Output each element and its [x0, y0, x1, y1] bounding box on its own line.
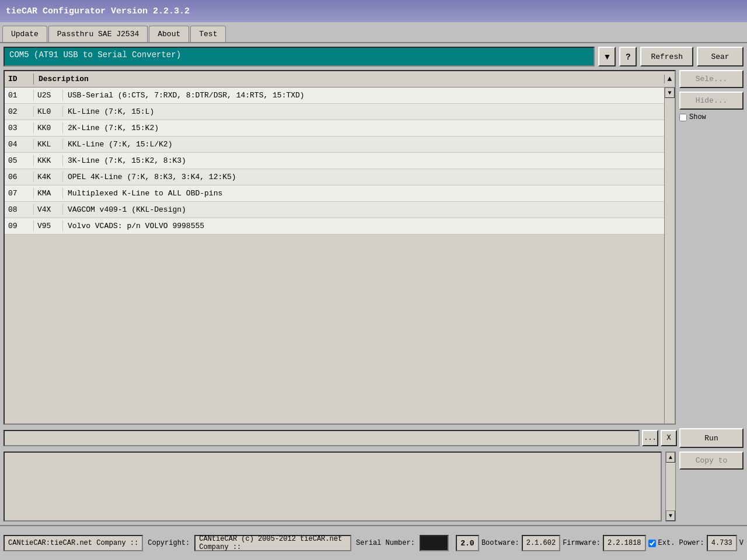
- right-panel: Sele... Hide... Show: [679, 70, 743, 425]
- command-input[interactable]: [4, 430, 640, 446]
- search-btn[interactable]: Sear: [697, 47, 743, 66]
- row-num: 09: [5, 220, 34, 232]
- table-body: 01 U2S USB-Serial (6:CTS, 7:RXD, 8:DTR/D…: [5, 88, 664, 424]
- row-num: 02: [5, 106, 34, 117]
- show-checkbox[interactable]: [679, 114, 687, 121]
- close-btn[interactable]: X: [661, 430, 677, 446]
- output-scroll-down[interactable]: ▼: [666, 510, 675, 521]
- title-bar: tieCAR Configurator Version 2.2.3.2: [0, 0, 747, 22]
- refresh-btn[interactable]: Refresh: [640, 47, 693, 66]
- firmware-label: Firmware:: [563, 539, 601, 547]
- row-num: 03: [5, 123, 34, 134]
- app-title: tieCAR Configurator Version 2.2.3.2: [6, 6, 190, 16]
- port-combo[interactable]: COM5 (AT91 USB to Serial Converter): [4, 47, 595, 66]
- hide-btn[interactable]: Hide...: [679, 92, 743, 110]
- table-row[interactable]: 03 KK0 2K-Line (7:K, 15:K2): [5, 120, 664, 136]
- status-bar: CANtieCAR:tieCAR.net Company :: Copyrigh…: [0, 525, 747, 560]
- row-id: KK0: [34, 123, 63, 134]
- row-num: 08: [5, 204, 34, 215]
- tab-bar: Update Passthru SAE J2534 About Test: [0, 22, 747, 43]
- row-id: V4X: [34, 204, 63, 215]
- output-text: [4, 452, 662, 522]
- row-desc: OPEL 4K-Line (7:K, 8:K3, 3:K4, 12:K5): [63, 172, 664, 183]
- copy-to-btn[interactable]: Copy to: [679, 452, 743, 470]
- port-help-btn[interactable]: ?: [619, 47, 637, 66]
- copyright-label: Copyright:: [148, 539, 190, 547]
- scroll-down-btn[interactable]: ▼: [665, 88, 675, 98]
- run-btn[interactable]: Run: [679, 428, 743, 448]
- output-scroll-up[interactable]: ▲: [666, 452, 675, 463]
- table-row[interactable]: 09 V95 Volvo VCADS: p/n VOLVO 9998555: [5, 218, 664, 235]
- row-id: KKL: [34, 139, 63, 150]
- panel-area: ID Description ▲ 01 U2S USB-Serial (6:CT…: [4, 70, 743, 425]
- tab-passthru[interactable]: Passthru SAE J2534: [48, 26, 148, 42]
- row-desc: USB-Serial (6:CTS, 7:RXD, 8:DTR/DSR, 14:…: [63, 90, 664, 101]
- row-desc: Multiplexed K-Line to ALL OBD-pins: [63, 188, 664, 199]
- version-text: 2.0: [460, 539, 474, 548]
- volt-label: V: [739, 539, 743, 547]
- table-row[interactable]: 06 K4K OPEL 4K-Line (7:K, 8:K3, 3:K4, 12…: [5, 169, 664, 186]
- bootware-value: 2.1.602: [522, 535, 560, 551]
- ext-power-value: 4.733: [707, 535, 737, 551]
- serial-label: Serial Number:: [356, 539, 415, 547]
- table-row[interactable]: 05 KKK 3K-Line (7:K, 15:K2, 8:K3): [5, 153, 664, 169]
- ext-power-label: Ext. Power:: [658, 539, 704, 547]
- ext-power-checkbox[interactable]: [648, 540, 656, 547]
- copyright-field: CANtieCAR (c) 2005-2012 tieCAR.net Compa…: [194, 535, 351, 551]
- table-row[interactable]: 08 V4X VAGCOM v409-1 (KKL-Design): [5, 202, 664, 218]
- row-desc: 3K-Line (7:K, 15:K2, 8:K3): [63, 155, 664, 166]
- tab-test[interactable]: Test: [190, 26, 226, 42]
- scroll-up-header[interactable]: ▲: [664, 75, 675, 83]
- main-content: COM5 (AT91 USB to Serial Converter) ▼ ? …: [0, 43, 747, 525]
- tab-update[interactable]: Update: [2, 26, 47, 42]
- row-num: 05: [5, 155, 34, 166]
- row-id: KMA: [34, 188, 63, 199]
- row-id: KKK: [34, 155, 63, 166]
- company-field: CANtieCAR:tieCAR.net Company ::: [4, 535, 143, 551]
- bootware-label: Bootware:: [481, 539, 519, 547]
- show-row: Show: [679, 113, 743, 121]
- row-num: 07: [5, 188, 34, 199]
- ellipsis-btn[interactable]: ...: [642, 430, 658, 446]
- right-output-panel: Copy to: [679, 452, 743, 522]
- copyright-text: CANtieCAR (c) 2005-2012 tieCAR.net Compa…: [199, 535, 347, 551]
- table-scrollbar: ▼: [664, 88, 675, 424]
- row-id: U2S: [34, 90, 63, 101]
- table-row[interactable]: 04 KKL KKL-Line (7:K, 15:L/K2): [5, 136, 664, 153]
- table-header: ID Description ▲: [5, 71, 675, 88]
- ext-power-row: Ext. Power:: [648, 539, 704, 547]
- output-scrollbar: ▲ ▼: [665, 452, 676, 522]
- show-label: Show: [689, 113, 706, 121]
- input-row: ... X Run: [4, 428, 743, 448]
- col-id-header: ID: [5, 74, 34, 85]
- firmware-value: 2.2.1818: [603, 535, 646, 551]
- tab-about[interactable]: About: [149, 26, 189, 42]
- port-dropdown-btn[interactable]: ▼: [598, 47, 616, 66]
- row-desc: VAGCOM v409-1 (KKL-Design): [63, 204, 664, 215]
- row-id: K4K: [34, 172, 63, 183]
- select-btn[interactable]: Sele...: [679, 70, 743, 88]
- row-desc: KL-Line (7:K, 15:L): [63, 106, 664, 117]
- row-num: 04: [5, 139, 34, 150]
- output-area: ▲ ▼ Copy to: [4, 452, 743, 522]
- version-badge: 2.0: [456, 535, 479, 551]
- company-text: CANtieCAR:tieCAR.net Company ::: [8, 539, 138, 547]
- table-row[interactable]: 02 KL0 KL-Line (7:K, 15:L): [5, 104, 664, 120]
- col-desc-header: Description: [34, 74, 664, 85]
- table-row[interactable]: 01 U2S USB-Serial (6:CTS, 7:RXD, 8:DTR/D…: [5, 88, 664, 104]
- row-desc: Volvo VCADS: p/n VOLVO 9998555: [63, 220, 664, 232]
- table-container: 01 U2S USB-Serial (6:CTS, 7:RXD, 8:DTR/D…: [5, 88, 675, 424]
- row-desc: 2K-Line (7:K, 15:K2): [63, 123, 664, 134]
- row-desc: KKL-Line (7:K, 15:L/K2): [63, 139, 664, 150]
- device-table-panel: ID Description ▲ 01 U2S USB-Serial (6:CT…: [4, 70, 676, 425]
- row-num: 06: [5, 172, 34, 183]
- port-row: COM5 (AT91 USB to Serial Converter) ▼ ? …: [4, 47, 743, 66]
- row-num: 01: [5, 90, 34, 101]
- table-row[interactable]: 07 KMA Multiplexed K-Line to ALL OBD-pin…: [5, 186, 664, 202]
- serial-value: [420, 535, 449, 551]
- row-id: V95: [34, 220, 63, 232]
- row-id: KL0: [34, 106, 63, 117]
